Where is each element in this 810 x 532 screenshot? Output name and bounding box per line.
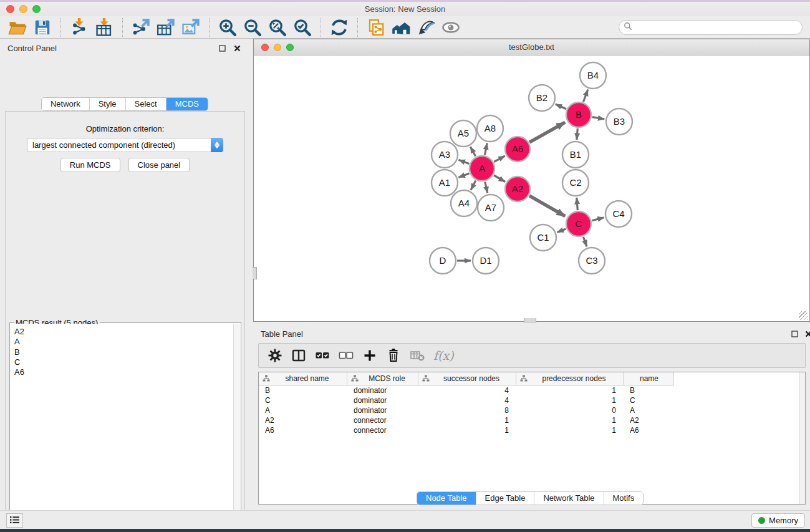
gear-icon[interactable]: [265, 346, 285, 365]
deselect-all-icon[interactable]: [336, 346, 356, 365]
add-column-icon[interactable]: [360, 346, 380, 365]
network-window-titlebar[interactable]: testGlobe.txt: [254, 39, 809, 56]
edge-B-B4[interactable]: [584, 90, 588, 102]
column-header-successor-nodes[interactable]: successor nodes: [418, 372, 516, 385]
node-A8[interactable]: A8: [477, 115, 503, 142]
edge-A-A3[interactable]: [459, 160, 470, 163]
node-B3[interactable]: B3: [606, 109, 632, 135]
save-session-icon[interactable]: [32, 17, 53, 37]
result-scrollbar[interactable]: [233, 324, 240, 532]
network-zoom-button[interactable]: [286, 44, 294, 51]
table-tab-motifs[interactable]: Motifs: [604, 492, 644, 505]
table-scrollbar[interactable]: [799, 372, 805, 504]
table-cell[interactable]: A2: [624, 416, 674, 425]
table-cell[interactable]: A2: [259, 416, 347, 425]
table-cell[interactable]: dominator: [347, 396, 418, 405]
zoom-out-icon[interactable]: [242, 17, 263, 37]
refresh-icon[interactable]: [329, 17, 350, 37]
network-minimize-button[interactable]: [274, 44, 281, 51]
node-C4[interactable]: C4: [605, 201, 632, 227]
node-B4[interactable]: B4: [580, 62, 606, 89]
result-item[interactable]: B: [14, 347, 233, 357]
edge-B-B1[interactable]: [577, 128, 577, 140]
select-all-icon[interactable]: [312, 346, 332, 365]
zoom-fit-icon[interactable]: [267, 17, 288, 37]
delete-column-icon[interactable]: [383, 346, 403, 365]
node-A[interactable]: A: [470, 156, 494, 181]
edge-A-A6[interactable]: [494, 156, 505, 162]
minimize-window-button[interactable]: [19, 5, 27, 13]
column-header-shared-name[interactable]: shared name: [259, 372, 347, 385]
close-panel-button[interactable]: Close panel: [128, 158, 190, 172]
run-mcds-button[interactable]: Run MCDS: [60, 158, 120, 172]
table-cell[interactable]: 0: [516, 406, 624, 415]
column-header-name[interactable]: name: [624, 372, 674, 385]
table-cell[interactable]: 1: [516, 426, 624, 435]
node-A2[interactable]: A2: [505, 177, 530, 201]
table-row[interactable]: A6connector11A6: [259, 425, 805, 435]
table-cell[interactable]: 1: [516, 396, 624, 405]
cyndex-icon[interactable]: [390, 17, 412, 37]
table-float-panel-icon[interactable]: [789, 329, 799, 339]
tab-mcds[interactable]: MCDS: [166, 98, 208, 110]
node-A1[interactable]: A1: [432, 170, 458, 196]
node-A5[interactable]: A5: [450, 120, 476, 147]
table-cell[interactable]: B: [624, 386, 674, 395]
node-A3[interactable]: A3: [432, 142, 458, 168]
table-cell[interactable]: connector: [347, 416, 418, 425]
table-cell[interactable]: C: [259, 396, 347, 405]
node-C3[interactable]: C3: [579, 248, 605, 274]
search-input[interactable]: [632, 23, 802, 32]
edge-C-C2[interactable]: [577, 198, 578, 210]
node-B2[interactable]: B2: [529, 85, 555, 111]
export-table-icon[interactable]: [155, 17, 176, 37]
table-cell[interactable]: connector: [347, 426, 418, 435]
table-cell[interactable]: 4: [418, 396, 516, 405]
table-tab-network-table[interactable]: Network Table: [534, 492, 604, 505]
tab-style[interactable]: Style: [90, 98, 126, 110]
edge-A-A5[interactable]: [470, 147, 475, 156]
table-cell[interactable]: A6: [624, 426, 674, 435]
edge-A-A2[interactable]: [494, 175, 505, 182]
split-view-icon[interactable]: [289, 346, 309, 365]
tab-network[interactable]: Network: [42, 98, 90, 110]
result-item[interactable]: A: [14, 337, 233, 347]
network-from-selection-icon[interactable]: [365, 17, 387, 37]
search-box[interactable]: [619, 20, 803, 35]
graphics-details-icon[interactable]: [440, 17, 461, 37]
result-item[interactable]: C: [14, 357, 233, 367]
open-file-icon[interactable]: [7, 17, 28, 37]
table-cell[interactable]: dominator: [347, 386, 418, 395]
table-cell[interactable]: 1: [516, 386, 624, 395]
export-network-icon[interactable]: [130, 17, 152, 37]
edge-B-B2[interactable]: [556, 104, 566, 109]
node-B[interactable]: B: [566, 102, 591, 127]
import-network-icon[interactable]: [69, 17, 90, 37]
node-C[interactable]: C: [566, 211, 591, 236]
table-row[interactable]: A2connector11A2: [259, 415, 805, 425]
node-A4[interactable]: A4: [451, 190, 477, 216]
result-item[interactable]: A6: [14, 367, 233, 377]
zoom-in-icon[interactable]: [217, 17, 238, 37]
close-panel-icon[interactable]: [232, 43, 242, 53]
node-C1[interactable]: C1: [530, 225, 556, 251]
automation-panel-button[interactable]: [6, 513, 23, 528]
table-cell[interactable]: C: [624, 396, 674, 405]
import-table-icon[interactable]: [94, 17, 115, 37]
node-D[interactable]: D: [430, 248, 456, 274]
table-cell[interactable]: A: [624, 406, 674, 415]
edge-A-A4[interactable]: [471, 181, 476, 190]
float-panel-icon[interactable]: [217, 43, 227, 53]
node-A6[interactable]: A6: [505, 137, 530, 162]
table-close-panel-icon[interactable]: [803, 329, 810, 339]
table-tab-edge-table[interactable]: Edge Table: [476, 492, 535, 505]
edge-A2-C[interactable]: [529, 196, 565, 216]
table-cell[interactable]: 4: [418, 386, 516, 395]
zoom-window-button[interactable]: [32, 5, 41, 13]
node-B1[interactable]: B1: [562, 142, 589, 168]
export-image-icon[interactable]: [180, 17, 201, 37]
edge-C-C4[interactable]: [592, 218, 604, 221]
result-item[interactable]: A2: [14, 327, 233, 337]
window-resize-grip[interactable]: [799, 311, 808, 320]
edge-A-A7[interactable]: [485, 182, 488, 193]
